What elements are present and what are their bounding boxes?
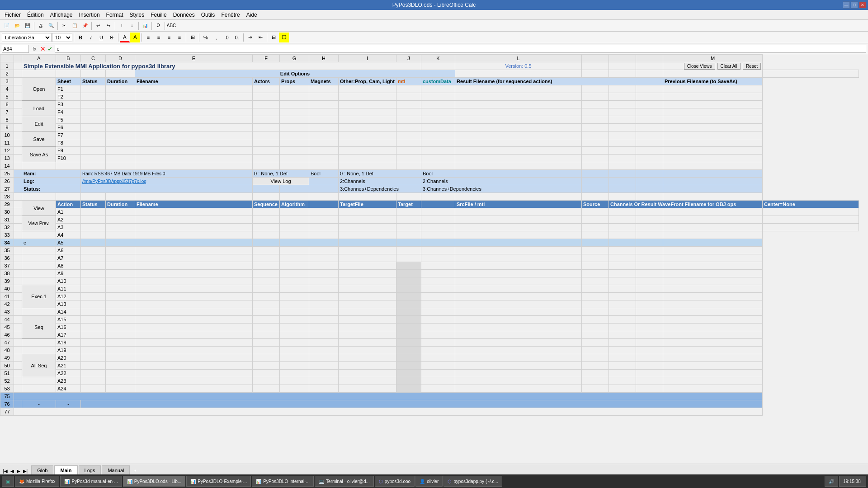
taskbar-pypos[interactable]: ⬡ pypos3d.ooo bbox=[375, 476, 415, 485]
underline-btn[interactable]: U bbox=[96, 33, 106, 42]
tab-main[interactable]: Main bbox=[54, 465, 77, 474]
sheet-container[interactable]: A B C D E F G H I J K L M 1 bbox=[0, 54, 868, 464]
tab-next-btn[interactable]: ▶ bbox=[16, 468, 21, 474]
edit-btn-cell[interactable]: Edit bbox=[22, 116, 56, 131]
taskbar-firefox[interactable]: 🦊 Mozilla Firefox bbox=[15, 476, 59, 485]
formula-cancel[interactable]: ✕ bbox=[40, 45, 46, 52]
align-justify-btn[interactable]: ≡ bbox=[175, 33, 184, 42]
viewprev-btn-cell[interactable]: View Prev. bbox=[22, 216, 56, 231]
formula-input[interactable] bbox=[55, 45, 866, 53]
taskbar-speaker[interactable]: 🔊 bbox=[825, 476, 838, 485]
cell-reference[interactable] bbox=[2, 45, 29, 53]
log-value[interactable]: /tmp/PyPos3DAppp1537p7x.log bbox=[81, 178, 253, 185]
close-btn[interactable]: ✕ bbox=[859, 1, 866, 9]
indent-dec-btn[interactable]: ⇤ bbox=[255, 33, 265, 42]
menu-aide[interactable]: Aide bbox=[244, 11, 260, 19]
view-btn-cell[interactable]: View bbox=[22, 201, 56, 216]
print-preview-btn[interactable]: 🔍 bbox=[46, 21, 56, 31]
tab-first-btn[interactable]: |◀ bbox=[2, 468, 9, 474]
tab-logs[interactable]: Logs bbox=[79, 465, 101, 474]
highlight-btn[interactable]: A bbox=[130, 33, 140, 42]
col-L2[interactable] bbox=[582, 55, 609, 62]
font-name-select[interactable]: Liberation Sa bbox=[2, 33, 52, 42]
dur-cell[interactable] bbox=[106, 85, 135, 93]
saveas-btn-cell[interactable]: Save As bbox=[22, 147, 56, 162]
menu-edition[interactable]: Édition bbox=[24, 11, 47, 19]
selected-cell-a34[interactable]: e bbox=[22, 239, 56, 247]
spell-btn[interactable]: ABC bbox=[166, 21, 176, 31]
open-btn[interactable]: 📂 bbox=[12, 21, 22, 31]
percent-btn[interactable]: % bbox=[201, 33, 211, 42]
menu-affichage[interactable]: Affichage bbox=[47, 11, 75, 19]
view-log-btn-cell[interactable]: View Log bbox=[253, 178, 309, 185]
menu-donnees[interactable]: Données bbox=[170, 11, 198, 19]
sheet-cell[interactable]: F1 bbox=[56, 85, 81, 93]
tab-glob[interactable]: Glob bbox=[31, 465, 53, 474]
taskbar-pypos2[interactable]: ⬡ pypos3dapp.py (~/.c... bbox=[443, 476, 502, 485]
col-J[interactable]: J bbox=[396, 55, 421, 62]
taskbar-calc-2[interactable]: 📊 PyPos3DLO.ods - Lib... bbox=[123, 476, 186, 485]
chart-btn[interactable]: 📊 bbox=[140, 21, 150, 31]
italic-btn[interactable]: I bbox=[86, 33, 96, 42]
col-K[interactable]: K bbox=[421, 55, 455, 62]
merge-btn[interactable]: ⊞ bbox=[188, 33, 198, 42]
new-btn[interactable]: 📄 bbox=[2, 21, 12, 31]
sort-asc-btn[interactable]: ↑ bbox=[117, 21, 127, 31]
minimize-btn[interactable]: — bbox=[843, 1, 850, 9]
copy-btn[interactable]: 📋 bbox=[70, 21, 80, 31]
paste-btn[interactable]: 📌 bbox=[80, 21, 90, 31]
col-C[interactable]: C bbox=[81, 55, 106, 62]
actors-cell[interactable] bbox=[253, 85, 280, 93]
col-L[interactable]: L bbox=[455, 55, 582, 62]
other-cell[interactable] bbox=[339, 85, 396, 93]
taskbar-calc-3[interactable]: 📊 PyPos3DLO-Example-... bbox=[186, 476, 251, 485]
align-right-btn[interactable]: ≡ bbox=[164, 33, 174, 42]
tab-add-btn[interactable]: + bbox=[132, 468, 137, 474]
props-cell[interactable] bbox=[280, 85, 309, 93]
print-btn[interactable]: 🖨 bbox=[36, 21, 46, 31]
mtl-cell[interactable] bbox=[396, 85, 421, 93]
col-I[interactable]: I bbox=[339, 55, 396, 62]
col-G[interactable]: G bbox=[280, 55, 309, 62]
taskbar-terminal[interactable]: 💻 Terminal - olivier@d... bbox=[315, 476, 374, 485]
seq-btn-cell[interactable]: Seq bbox=[22, 316, 56, 339]
indent-inc-btn[interactable]: ⇥ bbox=[245, 33, 255, 42]
menu-outils[interactable]: Outils bbox=[198, 11, 218, 19]
prev-cell[interactable] bbox=[663, 85, 763, 93]
close-views-btn[interactable]: Close Views bbox=[684, 63, 715, 70]
allseq-btn-cell[interactable]: All Seq bbox=[22, 354, 56, 377]
formula-confirm[interactable]: ✓ bbox=[47, 45, 53, 52]
exec1-btn-cell[interactable]: Exec 1 bbox=[22, 285, 56, 308]
strikethrough-btn[interactable]: S bbox=[107, 33, 117, 42]
r2[interactable] bbox=[582, 85, 609, 93]
menu-insertion[interactable]: Insertion bbox=[76, 11, 103, 19]
taskbar-calc-1[interactable]: 📊 PyPos3d-manual-en-... bbox=[60, 476, 122, 485]
menu-feuille[interactable]: Feuille bbox=[148, 11, 169, 19]
tab-prev-btn[interactable]: ◀ bbox=[9, 468, 15, 474]
taskbar-calc-4[interactable]: 📊 PyPos3DLO-internal-... bbox=[252, 476, 314, 485]
col-H[interactable]: H bbox=[309, 55, 339, 62]
dec-dec-btn[interactable]: 0. bbox=[232, 33, 242, 42]
dec-inc-btn[interactable]: .0 bbox=[222, 33, 231, 42]
reset-btn[interactable]: Reset bbox=[743, 63, 761, 70]
menu-format[interactable]: Format bbox=[104, 11, 126, 19]
tab-manual[interactable]: Manual bbox=[102, 465, 130, 474]
comma-btn[interactable]: , bbox=[211, 33, 221, 42]
fx-icon[interactable]: fx bbox=[31, 46, 38, 52]
result-cell[interactable] bbox=[455, 85, 582, 93]
sort-desc-btn[interactable]: ↓ bbox=[127, 21, 137, 31]
col-M[interactable]: M bbox=[663, 55, 763, 62]
menu-styles[interactable]: Styles bbox=[127, 11, 147, 19]
align-left-btn[interactable]: ≡ bbox=[143, 33, 153, 42]
align-center-btn[interactable]: ≡ bbox=[154, 33, 164, 42]
col-E[interactable]: E bbox=[135, 55, 253, 62]
redo-btn[interactable]: ↪ bbox=[104, 21, 113, 31]
taskbar-olivier[interactable]: 👤 olivier bbox=[415, 476, 443, 485]
undo-btn[interactable]: ↩ bbox=[93, 21, 103, 31]
taskbar-start[interactable]: ▣ bbox=[2, 476, 14, 485]
load-btn-cell[interactable]: Load bbox=[22, 101, 56, 116]
menu-fenetre[interactable]: Fenêtre bbox=[218, 11, 242, 19]
cut-btn[interactable]: ✂ bbox=[59, 21, 69, 31]
tab-nav[interactable]: |◀ ◀ ▶ ▶| bbox=[2, 468, 28, 474]
col-A[interactable]: A bbox=[22, 55, 56, 62]
